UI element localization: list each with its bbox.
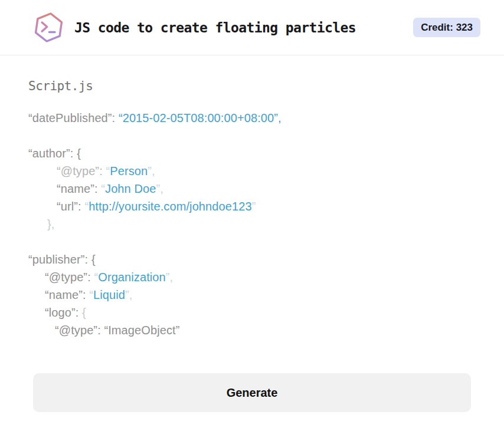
code-line: “name”: “John Doe”, [28,180,476,198]
code-segment: “@type”: [45,271,94,284]
code-segment: “datePublished”: [28,111,119,124]
code-line: }, [28,215,476,233]
code-segment: Person [110,164,148,177]
code-segment: Organization [98,271,166,284]
code-segment: { [82,306,86,319]
generate-button[interactable]: Generate [33,373,471,412]
code-segment: “url”: [57,200,84,213]
code-segment: “name”: [57,182,101,195]
main-content: Script.js “datePublished”: “2015-02-05T0… [0,79,504,412]
code-line: “logo”: { [28,304,476,321]
code-segment: ”, [166,271,173,284]
code-block: “datePublished”: “2015-02-05T08:00:00+08… [28,109,476,339]
code-line: “datePublished”: “2015-02-05T08:00:00+08… [28,109,476,127]
header: JS code to create floating particles Cre… [0,0,504,55]
code-line: “@type”: “ImageObject” [28,321,476,339]
code-segment: ” [252,200,256,213]
terminal-prompt-hexagon-icon [33,11,64,44]
code-line: “url”: “http://yoursite.com/johndoe123” [28,198,476,215]
code-segment: “author”: { [28,147,81,160]
code-segment: ”, [148,164,155,177]
page-title: JS code to create floating particles [74,20,413,35]
code-line: “publisher”: { [28,251,476,268]
code-segment: “logo”: [45,306,82,319]
code-segment: “publisher”: { [28,253,96,266]
code-segment: ”, [125,288,132,301]
script-filename-heading: Script.js [28,79,476,93]
credit-badge: Credit: 323 [413,18,480,37]
code-segment: }, [47,218,54,231]
code-segment: Liquid [93,288,125,301]
code-line [28,127,476,144]
code-line: “@type”: “Organization”, [28,268,476,286]
code-segment: “@type”: “ImageObject” [55,324,179,337]
code-line: “author”: { [28,144,476,162]
code-segment: John Doe [105,182,156,195]
code-line: “@type”: “Person”, [28,162,476,180]
code-line: “name”: “Liquid”, [28,286,476,304]
code-segment: “name”: [45,288,89,301]
code-segment: “@type”: [57,164,106,177]
code-segment: http://yoursite.com/johndoe123 [89,200,252,213]
code-segment: ”, [156,182,163,195]
code-line [28,233,476,251]
code-segment: “2015-02-05T08:00:00+08:00”, [119,111,282,124]
